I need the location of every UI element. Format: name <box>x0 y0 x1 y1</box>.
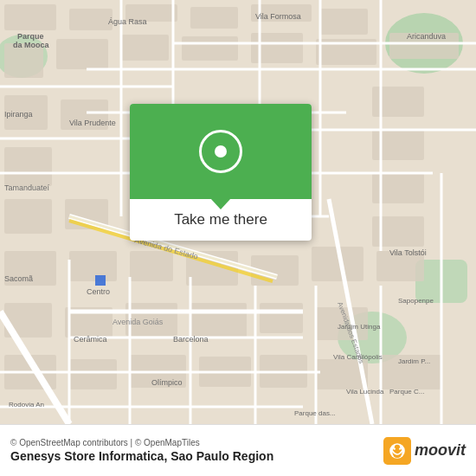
svg-text:Vila Tolstói: Vila Tolstói <box>389 248 427 257</box>
svg-text:Vila Camilópolis: Vila Camilópolis <box>333 353 383 361</box>
moovit-icon <box>383 437 411 465</box>
svg-text:Água Rasa: Água Rasa <box>108 17 147 26</box>
moovit-text: moovit <box>415 441 466 460</box>
svg-rect-21 <box>4 199 52 234</box>
map-container: Avenida do Estado Avenida Goiás Avenida … <box>0 0 476 424</box>
bottom-left-info: © OpenStreetMap contributors | © OpenMap… <box>10 438 273 463</box>
svg-rect-12 <box>56 39 108 69</box>
svg-text:Rodovia An: Rodovia An <box>9 401 44 408</box>
svg-rect-103 <box>95 275 106 286</box>
svg-rect-10 <box>320 9 368 35</box>
location-dot <box>215 145 227 158</box>
svg-point-109 <box>399 447 401 449</box>
svg-text:Parque das...: Parque das... <box>294 409 336 417</box>
svg-rect-34 <box>260 303 303 333</box>
svg-text:Sapopenpe: Sapopenpe <box>398 297 434 305</box>
svg-rect-33 <box>190 303 247 338</box>
moovit-logo: moovit <box>383 437 466 465</box>
svg-text:Vila Lucinda: Vila Lucinda <box>346 388 384 396</box>
svg-rect-37 <box>69 359 117 389</box>
svg-text:Aricanduva: Aricanduva <box>407 32 446 41</box>
svg-rect-20 <box>4 147 52 186</box>
svg-point-108 <box>394 447 396 449</box>
svg-text:Ipiranga: Ipiranga <box>4 110 33 119</box>
svg-text:Jardim Utinga: Jardim Utinga <box>338 323 381 331</box>
svg-text:Barcelona: Barcelona <box>173 335 209 344</box>
svg-rect-8 <box>190 7 238 29</box>
svg-text:da Mooca: da Mooca <box>13 41 50 49</box>
svg-text:Vila Prudente: Vila Prudente <box>69 119 116 127</box>
location-icon <box>199 130 242 173</box>
svg-text:Cerâmica: Cerâmica <box>74 335 107 344</box>
svg-rect-24 <box>69 251 117 281</box>
bottom-bar: © OpenStreetMap contributors | © OpenMap… <box>0 424 476 476</box>
svg-text:Jardim P...: Jardim P... <box>398 357 430 365</box>
svg-rect-5 <box>4 4 56 30</box>
svg-rect-25 <box>130 251 173 281</box>
svg-rect-6 <box>69 9 113 30</box>
store-name: Genesys Store Informatica, Sao Paulo Reg… <box>10 449 273 463</box>
attribution-text: © OpenStreetMap contributors | © OpenMap… <box>10 438 273 447</box>
svg-text:Olímpico: Olímpico <box>151 378 183 387</box>
svg-text:Tamanduateí: Tamanduateí <box>4 183 50 192</box>
popup-card: Take me there <box>130 104 312 241</box>
svg-rect-14 <box>182 36 238 61</box>
svg-text:Vila Formosa: Vila Formosa <box>255 12 301 21</box>
popup-green-header <box>130 104 312 199</box>
svg-rect-13 <box>121 35 169 61</box>
svg-text:Parque C...: Parque C... <box>389 388 424 396</box>
svg-text:Parque: Parque <box>17 32 44 41</box>
svg-text:Avenida Goiás: Avenida Goiás <box>113 318 164 326</box>
svg-text:Centro: Centro <box>87 287 110 296</box>
svg-text:Sacomã: Sacomã <box>4 274 33 283</box>
